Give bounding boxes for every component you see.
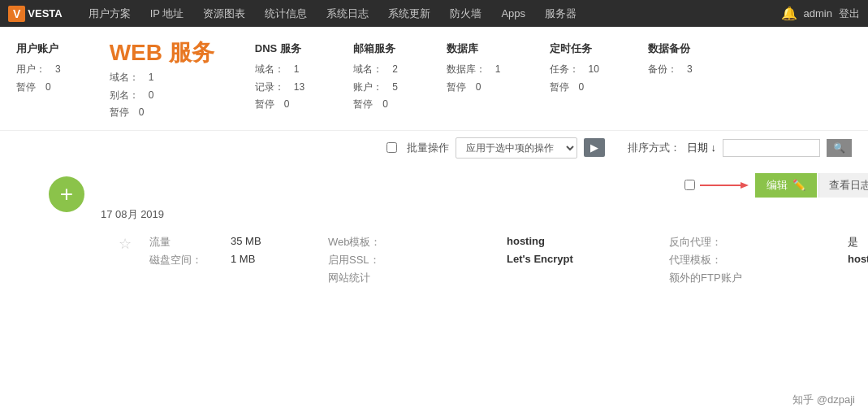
mail-suspend-row: 暂停 0	[353, 96, 398, 114]
dns-record-row: 记录： 13	[255, 79, 304, 97]
disk-label: 磁盘空间：	[149, 253, 231, 267]
ops-dropdown[interactable]: 应用于选中项的操作	[456, 137, 577, 159]
db-suspend-value: 0	[476, 79, 482, 97]
edit-icon: ✏️	[792, 179, 805, 191]
bell-icon[interactable]: 🔔	[781, 6, 797, 21]
action-toolbar: 编辑 ✏️ 查看日志 ☰ 暂停 🔒 删除 ✕	[101, 168, 868, 202]
db-suspend-label: 暂停	[447, 79, 466, 97]
traffic-label: 流量	[149, 235, 231, 250]
edit-label: 编辑	[767, 178, 788, 193]
nav-item-graphs[interactable]: 资源图表	[193, 0, 255, 27]
mail-suspend-value: 0	[382, 96, 388, 114]
tasks-label: 任务：	[550, 61, 579, 79]
disk-value: 1 MB	[231, 253, 328, 267]
apply-ops-button[interactable]: ▶	[584, 138, 605, 157]
edit-button[interactable]: 编辑 ✏️	[755, 173, 817, 198]
mail-domain-label: 域名：	[353, 61, 382, 79]
search-button[interactable]: 🔍	[827, 139, 852, 157]
nav-item-server[interactable]: 服务器	[535, 0, 586, 27]
logo-text: VESTA	[28, 7, 62, 20]
stats-user-accounts: 用户账户 用户： 3 暂停 0	[16, 41, 61, 96]
tasks-suspend-row: 暂停 0	[550, 79, 599, 97]
ssl-label: 启用SSL：	[328, 253, 425, 267]
arrow-indicator	[700, 179, 749, 192]
mail-suspend-label: 暂停	[353, 96, 373, 114]
logout-button[interactable]: 登出	[839, 7, 860, 21]
stats-database: 数据库 数据库： 1 暂停 0	[447, 41, 501, 96]
stats-scheduled-tasks: 定时任务 任务： 10 暂停 0	[550, 41, 599, 96]
web-domain-label: 域名：	[110, 69, 139, 87]
user-accounts-title: 用户账户	[16, 41, 61, 56]
web-suspend-label: 暂停	[110, 104, 129, 122]
user-suspend-label: 暂停	[16, 79, 36, 97]
mail-account-label: 账户：	[353, 79, 382, 97]
dns-domain-label: 域名：	[255, 61, 284, 79]
search-input[interactable]	[723, 139, 820, 157]
domain-date: 17 08月 2019	[101, 207, 164, 222]
reverse-proxy-label: 反向代理：	[669, 235, 767, 250]
stats-bar: 用户账户 用户： 3 暂停 0 WEB 服务 域名： 1 别名： 0 暂停	[0, 27, 868, 131]
domain-info: 流量 35 MB Web模板： hosting 反向代理： 是 磁盘空间： 1 …	[149, 235, 868, 285]
backup-label: 备份：	[648, 61, 677, 79]
web-suspend-value: 0	[139, 104, 145, 122]
stats-mail-service: 邮箱服务 域名： 2 账户： 5 暂停 0	[353, 41, 398, 114]
proxy-template-label: 代理模板：	[669, 253, 767, 267]
mail-domain-value: 2	[392, 61, 398, 79]
bulk-ops-label: 批量操作	[407, 141, 449, 155]
web-service-title: WEB 服务	[110, 41, 214, 64]
stats-dns-service: DNS 服务 域名： 1 记录： 13 暂停 0	[255, 41, 304, 114]
nav-item-ip[interactable]: IP 地址	[140, 0, 194, 27]
bulk-checkbox[interactable]	[386, 142, 397, 153]
db-suspend-row: 暂停 0	[447, 79, 501, 97]
row-checkbox[interactable]	[684, 180, 695, 190]
nav-right: 🔔 admin 登出	[781, 6, 860, 21]
nav-items: 用户方案 IP 地址 资源图表 统计信息 系统日志 系统更新 防火墙 Apps …	[79, 0, 781, 27]
dns-title: DNS 服务	[255, 41, 304, 56]
traffic-value: 35 MB	[231, 235, 328, 250]
web-domain-value: 1	[149, 69, 154, 87]
dns-suspend-row: 暂停 0	[255, 96, 304, 114]
ssl-value: Let's Encrypt	[507, 253, 669, 267]
db-row: 数据库： 1	[447, 61, 501, 79]
web-template-value: hosting	[507, 235, 669, 250]
nav-item-firewall[interactable]: 防火墙	[440, 0, 491, 27]
dns-suspend-label: 暂停	[255, 96, 274, 114]
logo[interactable]: V VESTA	[8, 6, 63, 22]
nav-item-sysupdate[interactable]: 系统更新	[378, 0, 440, 27]
add-domain-button[interactable]: +	[49, 176, 84, 212]
dns-domain-row: 域名： 1	[255, 61, 304, 79]
nav-item-plans[interactable]: 用户方案	[79, 0, 140, 27]
mail-account-row: 账户： 5	[353, 79, 398, 97]
db-value: 1	[495, 61, 501, 79]
web-template-label: Web模板：	[328, 235, 425, 250]
main-content: 用户账户 用户： 3 暂停 0 WEB 服务 域名： 1 别名： 0 暂停	[0, 27, 868, 417]
nav-item-stats[interactable]: 统计信息	[255, 0, 317, 27]
extra-ftp-label: 额外的FTP账户	[669, 271, 767, 285]
logs-button[interactable]: 查看日志 ☰	[818, 173, 868, 198]
backup-value: 3	[687, 61, 693, 79]
star-icon[interactable]: ☆	[119, 235, 132, 253]
user-suspend-row: 暂停 0	[16, 79, 61, 97]
proxy-template-value: hosting	[848, 253, 868, 267]
backup-row: 备份： 3	[648, 61, 693, 79]
domain-left: ☆	[101, 235, 149, 253]
stats-data-backup: 数据备份 备份： 3	[648, 41, 693, 79]
mail-account-value: 5	[392, 79, 398, 97]
user-suspend-value: 0	[45, 79, 51, 97]
nav-item-apps[interactable]: Apps	[491, 0, 535, 27]
domain-section: + 编辑 ✏️ 查看日志	[0, 165, 868, 313]
web-suspend-row: 暂停 0	[110, 104, 214, 122]
sort-label: 排序方式：	[628, 141, 680, 155]
site-stats-label: 网站统计	[328, 271, 425, 285]
dns-record-value: 13	[294, 79, 304, 97]
tasks-suspend-label: 暂停	[550, 79, 569, 97]
db-label: 数据库：	[447, 61, 486, 79]
mail-title: 邮箱服务	[353, 41, 398, 56]
sort-value: 日期 ↓	[687, 141, 716, 155]
dns-suspend-value: 0	[284, 96, 290, 114]
top-navigation: V VESTA 用户方案 IP 地址 资源图表 统计信息 系统日志 系统更新 防…	[0, 0, 868, 27]
nav-item-syslog[interactable]: 系统日志	[317, 0, 378, 27]
backup-title: 数据备份	[648, 41, 693, 56]
logs-label: 查看日志	[829, 178, 868, 193]
mail-domain-row: 域名： 2	[353, 61, 398, 79]
